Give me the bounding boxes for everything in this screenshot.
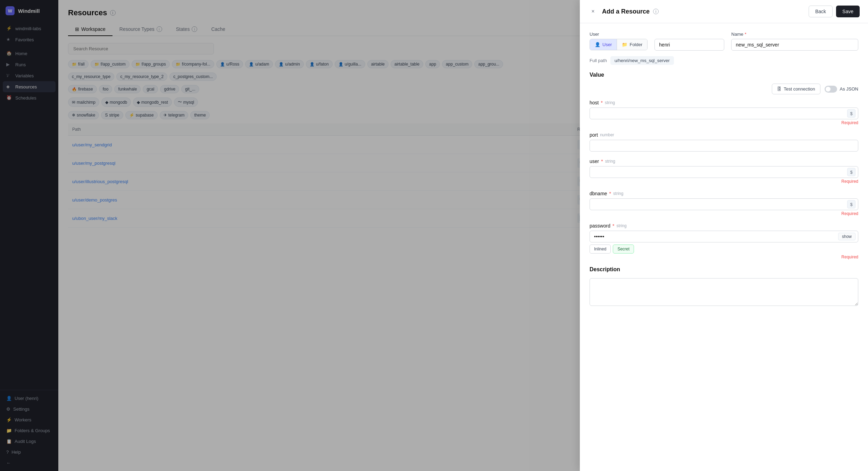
user-required-text: Required — [590, 179, 858, 184]
full-path-label: Full path — [590, 58, 607, 63]
full-path-row: Full path u/henri/new_ms_sql_server — [590, 56, 858, 65]
inline-secret-buttons: Inlined Secret — [590, 245, 858, 254]
description-textarea[interactable] — [590, 278, 858, 306]
dbname-dollar-button[interactable]: $ — [847, 200, 856, 208]
port-type-hint: number — [600, 132, 614, 137]
save-button[interactable]: Save — [836, 6, 860, 17]
user-field-label: user* string — [590, 159, 858, 164]
secret-button[interactable]: Secret — [613, 245, 634, 254]
owner-value-label — [654, 32, 724, 37]
owner-selector: 👤 User 📁 Folder — [590, 39, 648, 50]
host-input-wrap: $ — [590, 108, 858, 119]
port-label: port number — [590, 132, 858, 138]
dbname-label: dbname* string — [590, 191, 858, 196]
host-required-text: Required — [590, 120, 858, 125]
password-actions: show — [838, 233, 856, 240]
as-json-toggle[interactable] — [825, 86, 837, 93]
password-input-wrap: show — [590, 231, 858, 242]
as-json-label: As JSON — [840, 86, 858, 92]
back-button[interactable]: Back — [809, 6, 833, 17]
password-input[interactable] — [590, 231, 858, 242]
dbname-required-text: Required — [590, 211, 858, 216]
user-input-wrap: $ — [590, 166, 858, 178]
panel-title-text: Add a Resource — [602, 8, 650, 15]
user-type-hint: string — [605, 159, 615, 164]
panel-actions: Back Save — [809, 6, 860, 17]
panel-header: × Add a Resource i Back Save — [580, 0, 868, 23]
user-owner-button[interactable]: 👤 User — [590, 39, 617, 50]
folder-small-icon: 📁 — [622, 42, 627, 47]
dbname-field-block: dbname* string $ Required — [590, 191, 858, 216]
test-btn-label: Test connection — [784, 86, 815, 92]
test-connection-button[interactable]: 🗄 Test connection — [772, 84, 820, 94]
name-input[interactable] — [731, 39, 858, 51]
user-field-block: user* string $ Required — [590, 159, 858, 184]
owner-group: User 👤 User 📁 Folder — [590, 32, 648, 51]
host-label: host* string — [590, 100, 858, 105]
as-json-toggle-wrap: As JSON — [825, 86, 858, 93]
password-field-block: password* string show Inlined Secret Req… — [590, 223, 858, 259]
owner-value-group — [654, 32, 724, 51]
host-field-block: host* string $ Required — [590, 100, 858, 125]
user-btn-label: User — [602, 42, 612, 47]
folder-owner-button[interactable]: 📁 Folder — [617, 39, 647, 50]
show-password-button[interactable]: show — [838, 233, 856, 240]
host-dollar-button[interactable]: $ — [847, 109, 856, 118]
database-icon: 🗄 — [777, 86, 782, 92]
full-path-value: u/henri/new_ms_sql_server — [610, 56, 674, 65]
dbname-input-wrap: $ — [590, 198, 858, 210]
user-small-icon: 👤 — [595, 42, 600, 47]
name-group: Name * — [731, 32, 858, 51]
value-section-title: Value — [590, 72, 858, 78]
panel-close-button[interactable]: × — [588, 7, 598, 16]
dbname-type-hint: string — [613, 191, 623, 196]
owner-value-input[interactable] — [654, 39, 724, 51]
user-input[interactable] — [590, 166, 858, 178]
port-field-block: port number — [590, 132, 858, 152]
dbname-input[interactable] — [590, 198, 858, 210]
user-dollar-button[interactable]: $ — [847, 168, 856, 176]
port-input[interactable] — [590, 140, 858, 152]
password-label: password* string — [590, 223, 858, 229]
host-type-hint: string — [605, 100, 615, 105]
panel-title: Add a Resource i — [602, 8, 659, 15]
description-section-title: Description — [590, 266, 858, 273]
owner-name-row: User 👤 User 📁 Folder N — [590, 32, 858, 51]
side-panel: × Add a Resource i Back Save User 👤 User — [580, 0, 868, 471]
inlined-button[interactable]: Inlined — [590, 245, 611, 254]
host-input[interactable] — [590, 108, 858, 119]
value-toolbar: 🗄 Test connection As JSON — [590, 84, 858, 94]
port-input-wrap — [590, 140, 858, 152]
panel-body: User 👤 User 📁 Folder N — [580, 23, 868, 315]
panel-info-icon[interactable]: i — [653, 9, 659, 14]
folder-btn-label: Folder — [629, 42, 642, 47]
owner-label: User — [590, 32, 648, 37]
password-type-hint: string — [616, 223, 626, 228]
password-required-text: Required — [590, 255, 858, 259]
name-label: Name * — [731, 32, 858, 37]
